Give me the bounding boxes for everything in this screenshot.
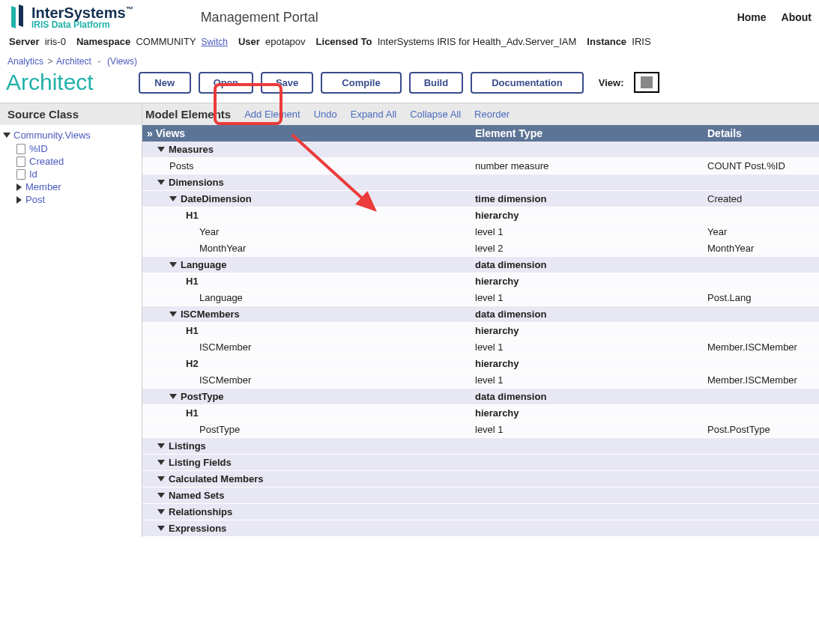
grid-row[interactable]: H2hierarchy bbox=[142, 356, 819, 372]
grid-row[interactable]: Listings bbox=[142, 438, 819, 455]
grid-row[interactable]: Expressions bbox=[142, 520, 819, 537]
chevron-down-icon bbox=[157, 509, 165, 514]
row-name: H1 bbox=[186, 276, 199, 287]
reorder-action[interactable]: Reorder bbox=[474, 109, 510, 120]
main-content: Community.Views %ID Created Id Member Po… bbox=[0, 125, 819, 537]
row-details: Created bbox=[701, 191, 819, 207]
breadcrumb-analytics[interactable]: Analytics bbox=[7, 56, 43, 67]
row-type: hierarchy bbox=[469, 273, 701, 289]
tree-root-node[interactable]: Community.Views bbox=[3, 128, 142, 142]
chevron-down-icon bbox=[157, 460, 165, 465]
breadcrumb-cube: (Views) bbox=[107, 56, 137, 67]
brand-subtitle: IRIS Data Platform bbox=[31, 20, 133, 29]
tree-item-created[interactable]: Created bbox=[3, 155, 142, 168]
tree-item-post[interactable]: Post bbox=[3, 193, 142, 206]
row-details: Post.Lang bbox=[701, 290, 819, 306]
row-details bbox=[701, 477, 819, 482]
brand-name: InterSystems™ bbox=[31, 5, 133, 20]
grid-row[interactable]: Languagelevel 1Post.Lang bbox=[142, 290, 819, 306]
page-icon bbox=[16, 144, 25, 154]
row-details: Member.ISCMember bbox=[701, 339, 819, 355]
undo-action[interactable]: Undo bbox=[314, 109, 337, 120]
server-infobar: Server iris-0 Namespace COMMUNITY Switch… bbox=[0, 33, 819, 55]
compile-button[interactable]: Compile bbox=[321, 72, 401, 94]
new-button[interactable]: New bbox=[139, 72, 191, 94]
row-details bbox=[701, 312, 819, 317]
add-element-action[interactable]: Add Element bbox=[244, 109, 300, 120]
home-link[interactable]: Home bbox=[737, 11, 767, 23]
row-name: PostType bbox=[199, 424, 240, 435]
app-header: InterSystems™ IRIS Data Platform Managem… bbox=[0, 0, 819, 33]
grid-row[interactable]: H1hierarchy bbox=[142, 323, 819, 339]
row-details bbox=[701, 461, 819, 465]
row-name: Named Sets bbox=[169, 490, 224, 501]
row-details bbox=[701, 180, 819, 185]
row-name: Calculated Members bbox=[169, 473, 263, 484]
grid-row[interactable]: ISCMemberlevel 1Member.ISCMember bbox=[142, 372, 819, 389]
grid-row[interactable]: H1hierarchy bbox=[142, 405, 819, 422]
tree-item-id2[interactable]: Id bbox=[3, 168, 142, 180]
build-button[interactable]: Build bbox=[409, 72, 464, 94]
row-type: hierarchy bbox=[469, 207, 701, 223]
chevron-down-icon bbox=[157, 476, 165, 482]
breadcrumb: Analytics > Architect - (Views) bbox=[0, 55, 819, 68]
grid-row[interactable]: ISCMembersdata dimension bbox=[142, 306, 819, 323]
about-link[interactable]: About bbox=[782, 11, 812, 23]
row-name: Language bbox=[181, 259, 226, 270]
grid-row[interactable]: DateDimensiontime dimensionCreated bbox=[142, 191, 819, 207]
view-mode-toggle[interactable] bbox=[634, 72, 659, 93]
header-links: Home About bbox=[737, 11, 812, 23]
grid-row[interactable]: Measures bbox=[142, 142, 819, 158]
row-name: Measures bbox=[169, 144, 214, 155]
row-details: MonthYear bbox=[701, 240, 819, 256]
tree-item-id[interactable]: %ID bbox=[3, 142, 142, 155]
grid-row[interactable]: Listing Fields bbox=[142, 455, 819, 471]
chevron-down-icon bbox=[157, 493, 165, 498]
grid-row[interactable]: MonthYearlevel 2MonthYear bbox=[142, 240, 819, 257]
chevron-down-icon bbox=[157, 180, 165, 185]
breadcrumb-architect[interactable]: Architect bbox=[56, 56, 91, 67]
row-type: number measure bbox=[469, 158, 701, 174]
expand-all-action[interactable]: Expand All bbox=[351, 109, 396, 120]
grid-row[interactable]: H1hierarchy bbox=[142, 273, 819, 290]
row-type bbox=[469, 461, 701, 465]
chevron-down-icon bbox=[169, 196, 177, 201]
chevron-right-icon bbox=[16, 196, 22, 204]
grid-row[interactable]: PostTypedata dimension bbox=[142, 389, 819, 405]
row-details bbox=[701, 213, 819, 218]
model-elements-grid: » Views Element Type Details MeasuresPos… bbox=[142, 125, 819, 537]
switch-namespace-link[interactable]: Switch bbox=[202, 37, 228, 47]
save-button[interactable]: Save bbox=[261, 72, 313, 94]
row-type bbox=[469, 180, 701, 185]
grid-row[interactable]: Calculated Members bbox=[142, 471, 819, 487]
row-name: ISCMembers bbox=[181, 309, 240, 320]
open-button[interactable]: Open bbox=[199, 72, 253, 94]
grid-row[interactable]: Dimensions bbox=[142, 174, 819, 191]
grid-row[interactable]: ISCMemberlevel 1Member.ISCMember bbox=[142, 339, 819, 356]
tree-item-member[interactable]: Member bbox=[3, 180, 142, 193]
row-type: hierarchy bbox=[469, 356, 701, 371]
documentation-button[interactable]: Documentation bbox=[471, 72, 584, 94]
row-type: time dimension bbox=[469, 191, 701, 207]
grid-header-row: » Views Element Type Details bbox=[142, 125, 819, 142]
grid-row[interactable]: H1hierarchy bbox=[142, 207, 819, 224]
row-type bbox=[469, 444, 701, 449]
grid-row[interactable]: Relationships bbox=[142, 504, 819, 520]
portal-title: Management Portal bbox=[201, 10, 318, 25]
grid-row[interactable]: Languagedata dimension bbox=[142, 257, 819, 273]
view-label: View: bbox=[599, 77, 624, 88]
grid-row[interactable]: Named Sets bbox=[142, 487, 819, 504]
grid-row[interactable]: Yearlevel 1Year bbox=[142, 224, 819, 240]
chevron-down-icon bbox=[169, 262, 177, 267]
row-name: Language bbox=[199, 292, 243, 303]
row-type: data dimension bbox=[469, 389, 701, 404]
grid-row[interactable]: Postsnumber measureCOUNT Post.%ID bbox=[142, 158, 819, 174]
row-name: Dimensions bbox=[169, 177, 224, 188]
grid-row[interactable]: PostTypelevel 1Post.PostType bbox=[142, 422, 819, 438]
row-name: H1 bbox=[186, 210, 199, 221]
model-elements-header: Model Elements bbox=[145, 108, 231, 121]
collapse-all-action[interactable]: Collapse All bbox=[410, 109, 461, 120]
row-details bbox=[701, 263, 819, 267]
row-name: MonthYear bbox=[199, 243, 246, 254]
row-details bbox=[701, 395, 819, 399]
